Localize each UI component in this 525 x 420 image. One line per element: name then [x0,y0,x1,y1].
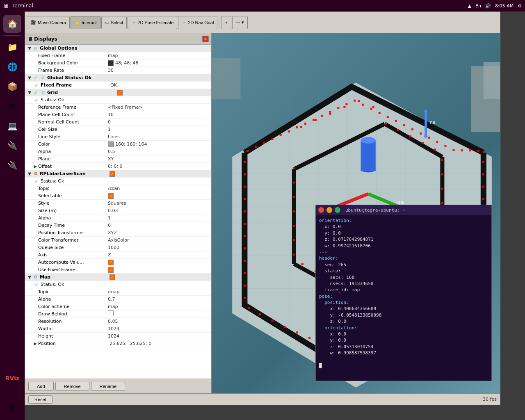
svg-rect-106 [293,253,295,256]
taskbar-rviz[interactable]: RViz [3,369,21,387]
normal-cell-count-row[interactable]: Normal Cell Count 0 [25,119,211,126]
pose-estimate-button[interactable]: → 2D Pose Estimate [128,16,177,29]
decay-time-row[interactable]: Decay Time 0 [25,222,211,229]
laserscan-selectable-row[interactable]: Selectable ✓ [25,192,211,200]
laserscan-row[interactable]: ▼ ⚙ RPLidarLaserScan ✓ [25,170,211,178]
add-button[interactable]: Add [28,382,54,391]
map-arrow[interactable]: ▼ [27,275,32,279]
terminal-maximize-button[interactable] [335,207,340,213]
map-row[interactable]: ▼ ⚙ Map ✓ [25,274,211,281]
laserscan-selectable-value: ✓ [108,193,210,199]
viewport[interactable]: na na ubuntu@tegra-ubuntu: ~ [212,33,500,393]
global-options-row[interactable]: ▼ ⚙ Global Options [25,45,211,52]
background-color-value: 48; 48; 48 [108,60,210,66]
offset-row[interactable]: ▶ Offset 0; 0; 0 [25,163,211,170]
laserscan-size-row[interactable]: Size (m) 0.03 [25,207,211,215]
offset-arrow[interactable]: ▶ [32,164,38,169]
position-arrow[interactable]: ▶ [32,341,38,346]
map-height-row[interactable]: Height 1024 [25,333,211,340]
svg-rect-55 [483,151,485,153]
laserscan-topic-row[interactable]: Topic /scan [25,185,211,192]
taskbar-usb[interactable]: 🔌 [3,137,21,155]
background-color-swatch [108,60,114,66]
taskbar-home[interactable]: 🏠 [3,15,21,33]
position-row[interactable]: ▶ Position -25.625; -25.625; 0 [25,340,211,347]
global-options-arrow[interactable]: ▼ [27,46,32,50]
plane-value: XY [108,156,210,162]
fixed-frame-row[interactable]: Fixed Frame map [25,52,211,59]
interact-button[interactable]: 👆 Interact [71,16,100,29]
grid-row[interactable]: ▼ ✓ ⚙ Grid ✓ [25,89,211,96]
remove-button[interactable]: Remove [55,382,89,391]
grid-status-row[interactable]: ✓ Status: Ok [25,96,211,104]
taskbar-browser[interactable]: 🌐 [3,58,21,76]
select-button[interactable]: ▭ Select [101,16,127,29]
laserscan-style-row[interactable]: Style Squares [25,200,211,207]
grid-alpha-row[interactable]: Alpha 0.5 [25,148,211,155]
move-camera-button[interactable]: 🎥 Move Camera [27,16,70,29]
draw-behind-checkbox[interactable] [108,310,114,316]
laserscan-arrow[interactable]: ▼ [27,171,32,176]
color-transformer-row[interactable]: Color Transformer AxisColor [25,237,211,244]
reference-frame-row[interactable]: Reference Frame <Fixed Frame> [25,104,211,111]
laserscan-status-row[interactable]: ✓ Status: Ok [25,178,211,185]
nav-goal-button[interactable]: → 2D Nav Goal [178,16,217,29]
svg-rect-31 [288,130,290,132]
grid-color-label: Color [38,142,108,147]
axis-row[interactable]: Axis Z [25,251,211,259]
laserscan-checkbox[interactable]: ✓ [110,171,115,177]
grid-color-row[interactable]: Color 160; 160; 164 [25,141,211,148]
map-status-row[interactable]: ✓ Status: Ok [25,281,211,288]
global-status-ff-row[interactable]: ✓ Fixed Frame OK [25,82,211,89]
use-fixed-frame-row[interactable]: Use Fixed Frame ✓ [25,266,211,274]
line-style-row[interactable]: Line Style Lines [25,133,211,141]
axis-value: Z [108,252,210,258]
displays-tree[interactable]: ▼ ⚙ Global Options Fixed Frame map Backg… [25,45,211,379]
plane-cell-count-row[interactable]: Plane Cell Count 10 [25,111,211,119]
autocompute-row[interactable]: Autocompute Valu... ✓ [25,259,211,266]
laserscan-style-value: Squares [108,201,210,206]
map-check: ✓ [110,274,210,280]
taskbar-terminal[interactable]: 💻 [3,117,21,135]
taskbar-settings[interactable]: ⚙ [3,97,21,115]
map-topic-row[interactable]: Topic /map [25,288,211,296]
global-status-row[interactable]: ▼ ✓ ⚙ Global Status: Ok [25,74,211,82]
grid-arrow[interactable]: ▼ [27,90,32,95]
titlebar-title: Terminal [12,3,33,9]
displays-close-button[interactable]: ✕ [202,36,209,42]
cell-size-row[interactable]: Cell Size 1 [25,126,211,133]
use-fixed-frame-checkbox[interactable]: ✓ [108,267,114,273]
map-width-row[interactable]: Width 1024 [25,325,211,333]
reset-button[interactable]: Reset [28,395,52,404]
taskbar-trash[interactable]: 🗑 [3,399,21,417]
map-alpha-row[interactable]: Alpha 0.7 [25,296,211,303]
color-scheme-row[interactable]: Color Scheme map [25,303,211,310]
rename-button[interactable]: Rename [91,382,126,391]
laserscan-alpha-row[interactable]: Alpha 1 [25,215,211,222]
svg-rect-68 [482,161,484,163]
position-transformer-row[interactable]: Position Transformer XYZ [25,229,211,237]
resolution-row[interactable]: Resolution 0.05 [25,318,211,325]
map-checkbox[interactable]: ✓ [110,274,115,280]
plane-row[interactable]: Plane XY [25,155,211,163]
grid-checkbox[interactable]: ✓ [117,90,123,96]
taskbar-files[interactable]: 📁 [3,38,21,56]
terminal-window[interactable]: ubuntu@tegra-ubuntu: ~ orientation: x: 0… [315,205,492,381]
global-status-arrow[interactable]: ▼ [27,75,32,80]
displays-title: 🖥 Displays [27,36,57,42]
add-toolbar-button[interactable]: + [221,16,231,29]
laserscan-selectable-checkbox[interactable]: ✓ [108,193,114,199]
terminal-close-button[interactable] [318,207,324,213]
svg-rect-105 [293,239,295,241]
more-button[interactable]: — ▾ [232,16,248,29]
taskbar-usb2[interactable]: 🔌 [3,156,21,174]
taskbar-package[interactable]: 📦 [3,78,21,96]
svg-rect-67 [244,297,246,299]
terminal-minimize-button[interactable] [326,207,332,213]
draw-behind-row[interactable]: Draw Behind [25,310,211,318]
background-color-row[interactable]: Background Color 48; 48; 48 [25,59,211,67]
autocompute-checkbox[interactable]: ✓ [108,260,114,265]
frame-rate-row[interactable]: Frame Rate 30 [25,67,211,74]
queue-size-row[interactable]: Queue Size 1000 [25,244,211,251]
svg-rect-54 [477,150,479,152]
